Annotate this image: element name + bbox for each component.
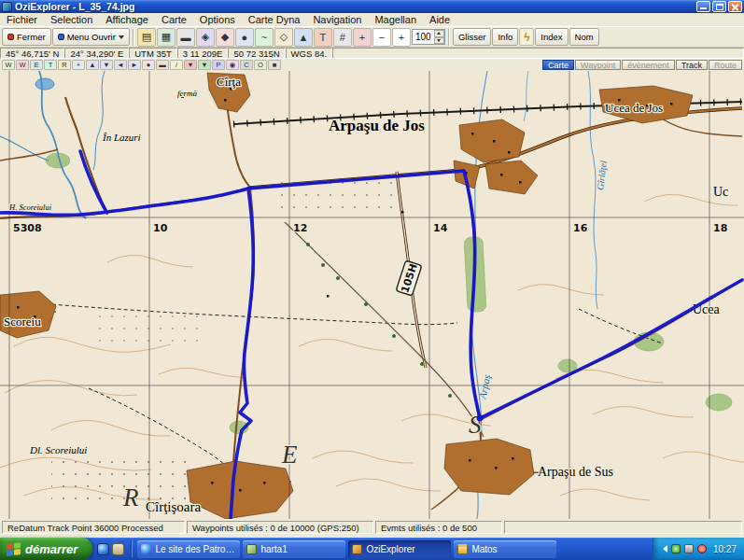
status-filler	[504, 521, 742, 534]
oziexplorer-task-icon	[352, 544, 362, 554]
map-letter-e: E	[281, 441, 298, 469]
show-desktop-icon[interactable]	[112, 543, 124, 555]
info-button[interactable]: Info	[492, 28, 518, 46]
waypoint-delete-icon[interactable]: W	[16, 60, 29, 70]
track-control-icon[interactable]: ~	[255, 28, 274, 47]
event-create-icon[interactable]: E	[30, 60, 43, 70]
menu-carte[interactable]: Carte	[155, 14, 193, 25]
toolbar-separator	[133, 29, 134, 46]
task-harta1[interactable]: harta1	[243, 540, 345, 558]
center-map-icon[interactable]: ●	[142, 60, 155, 70]
refresh-icon[interactable]: O	[254, 60, 267, 70]
mode-route-button[interactable]: Route	[709, 60, 742, 70]
waypoint-list-icon[interactable]: ◆	[216, 28, 234, 47]
mode-evenement-button[interactable]: évènement	[622, 60, 675, 70]
menu-carte-dyna[interactable]: Carte Dyna	[242, 14, 307, 25]
orchard-texture	[275, 181, 397, 218]
task-matos[interactable]: Matos	[454, 540, 556, 558]
antivirus-tray-icon[interactable]	[671, 544, 681, 553]
menu-ouvrir-button[interactable]: Menu Ouvrir	[52, 28, 130, 46]
map-label-ferma: fermă	[177, 89, 197, 98]
minimize-button[interactable]	[696, 1, 710, 12]
map-area: 5308 10 12 14 16 18 105H Cîrţa fermă În …	[0, 71, 744, 519]
fermer-button[interactable]: Fermer	[2, 28, 51, 46]
window-title: OziExplorer - L_35_74.jpg	[15, 1, 695, 12]
menu-aide[interactable]: Aide	[423, 14, 456, 25]
chevron-down-icon	[119, 35, 124, 39]
map-label-cirtisoara: Cîrţişoara	[146, 499, 201, 514]
grid-config-icon[interactable]: #	[333, 28, 352, 47]
pin-green-icon[interactable]: ▼	[198, 60, 211, 70]
route-create-icon[interactable]: R	[58, 60, 71, 70]
menu-magellan[interactable]: Magellan	[368, 14, 423, 25]
mode-carte-button[interactable]: Carte	[542, 60, 574, 70]
map-canvas[interactable]: 5308 10 12 14 16 18 105H Cîrţa fermă În …	[0, 71, 744, 519]
map-index-view-icon[interactable]: ▦	[157, 28, 175, 47]
move-map-icon[interactable]: +	[72, 60, 85, 70]
volume-tray-icon[interactable]	[684, 544, 694, 553]
menu-navigation[interactable]: Navigation	[306, 14, 368, 25]
menu-options[interactable]: Options	[193, 14, 242, 25]
zoom-spinner[interactable]	[434, 30, 444, 44]
close-button[interactable]	[728, 1, 742, 12]
print-icon[interactable]: ▬	[176, 28, 195, 47]
menu-fichier[interactable]: Fichier	[0, 14, 44, 25]
track-draw-icon[interactable]: T	[44, 60, 57, 70]
maximize-button[interactable]	[712, 1, 726, 12]
internet-explorer-icon[interactable]	[97, 543, 109, 555]
menu-affichage[interactable]: Affichage	[99, 14, 155, 25]
ruler-icon[interactable]: /	[170, 60, 183, 70]
lightning-icon[interactable]: ϟ	[519, 28, 534, 46]
waypoint-create-icon[interactable]: W	[2, 60, 15, 70]
secondary-toolbar: WWETR+▲▼◄►●▬/▼▼P◉CO■ Carte Waypoint évèn…	[0, 59, 744, 71]
flag-icon[interactable]: P	[212, 60, 225, 70]
pan-up-icon[interactable]: ▲	[86, 60, 99, 70]
quick-launch	[92, 543, 129, 555]
secondary-icon-strip: WWETR+▲▼◄►●▬/▼▼P◉CO■	[2, 60, 281, 70]
zoom-down-button[interactable]	[434, 37, 444, 45]
menu-selection[interactable]: Selection	[44, 14, 99, 25]
lock-icon[interactable]: ■	[268, 60, 281, 70]
status-waypoints: Waypoints utilisés : 0 de 10000 (GPS:250…	[187, 521, 373, 534]
scale-bar-icon[interactable]: ▬	[156, 60, 169, 70]
zoom-out-icon[interactable]: −	[372, 28, 391, 47]
pan-down-icon[interactable]: ▼	[100, 60, 113, 70]
projection-icon[interactable]: ◉	[226, 60, 239, 70]
zoom-in-icon[interactable]: +	[392, 28, 411, 47]
position-icon[interactable]: +	[353, 28, 372, 47]
gps-link-icon[interactable]: ▲	[294, 28, 313, 47]
orchard-texture	[89, 309, 201, 342]
map-label-uc: Uc	[713, 185, 728, 199]
grid-label-5308: 5308	[13, 222, 42, 234]
mode-track-button[interactable]: Track	[676, 60, 708, 70]
pan-right-icon[interactable]: ►	[128, 60, 141, 70]
map-label-cirta: Cîrţa	[217, 75, 241, 89]
gps-track-endpoint	[477, 415, 484, 422]
event-list-icon[interactable]: ●	[235, 28, 254, 47]
pan-left-icon[interactable]: ◄	[114, 60, 127, 70]
map-label-dl-scoreiului: Dl. Scoreiului	[29, 444, 87, 455]
task-oziexplorer[interactable]: OziExplorer	[348, 540, 451, 558]
task-le-site-des-patrol[interactable]: Le site des Patrol'...	[137, 540, 240, 558]
map-search-icon[interactable]: ◈	[196, 28, 215, 47]
start-button[interactable]: démarrer	[0, 538, 92, 560]
pin-red-icon[interactable]: ▼	[184, 60, 197, 70]
zoom-up-button[interactable]	[434, 30, 444, 37]
open-map-icon-small	[58, 34, 64, 40]
trade-icon[interactable]: T	[314, 28, 332, 47]
tray-chevron-icon[interactable]	[663, 545, 667, 553]
status-bar: ReDatum Track Point 36000 Processed Wayp…	[0, 519, 744, 538]
mode-waypoint-button[interactable]: Waypoint	[575, 60, 621, 70]
open-map-icon[interactable]: ▤	[137, 28, 156, 47]
index-button[interactable]: Index	[535, 28, 568, 46]
night-mode-icon[interactable]: C	[240, 60, 253, 70]
browser-task-icon	[141, 544, 151, 554]
nom-button[interactable]: Nom	[569, 28, 599, 46]
main-toolbar: Fermer Menu Ouvrir ▤▦▬◈◆●~◇▲T#+−+ 100 Gl…	[0, 26, 744, 48]
arrow-down-icon	[437, 39, 441, 42]
map-label-in-lazuri: În Lazuri	[102, 132, 141, 143]
zoom-level-control[interactable]: 100	[412, 29, 445, 45]
glisser-button[interactable]: Glisser	[453, 28, 492, 46]
network-tray-icon[interactable]	[697, 544, 707, 553]
route-editor-icon[interactable]: ◇	[274, 28, 293, 47]
